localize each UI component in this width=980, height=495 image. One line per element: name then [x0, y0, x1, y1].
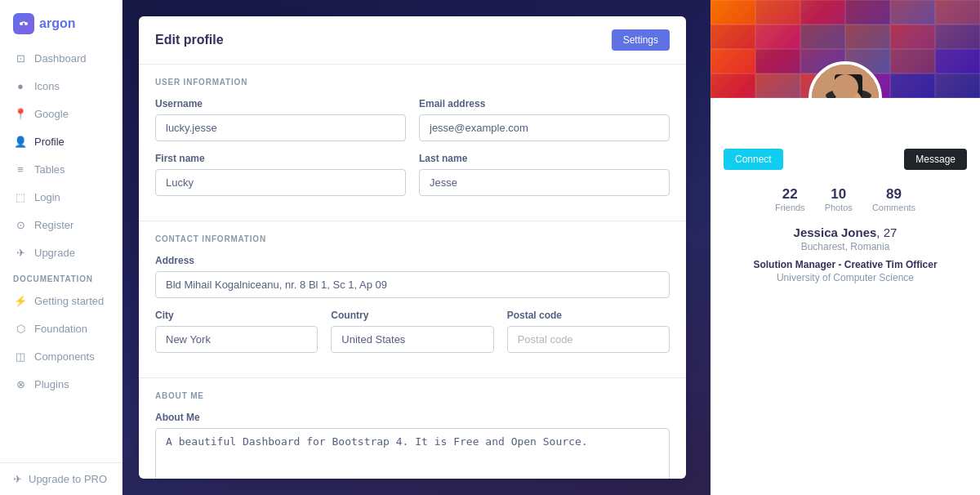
user-info-label: User Information [155, 78, 670, 87]
window-18 [935, 49, 980, 74]
sidebar-item-label: Upgrade [34, 247, 75, 259]
profile-cover [710, 0, 980, 98]
address-group: Address [155, 255, 670, 298]
sidebar-item-components[interactable]: ◫ Components [0, 342, 122, 370]
about-me-group: About Me A beautiful Dashboard for Boots… [155, 412, 670, 479]
sidebar-item-label: Dashboard [34, 52, 87, 65]
sidebar-item-dashboard[interactable]: ⊡ Dashboard [0, 44, 122, 72]
city-label: City [155, 310, 318, 321]
upgrade-pro-label: Upgrade to PRO [29, 473, 107, 485]
sidebar-item-label: Components [34, 350, 95, 363]
sidebar-item-google[interactable]: 📍 Google [0, 100, 122, 127]
window-7 [710, 25, 755, 49]
profile-card: Connect Message 22 Friends 10 Photos 89 … [710, 0, 980, 495]
getting-started-icon: ⚡ [13, 293, 28, 308]
card-header: Edit profile Settings [139, 16, 686, 65]
dashboard-icon: ⊡ [13, 51, 28, 65]
plugins-icon: ⊗ [13, 377, 28, 391]
comments-stat: 89 Comments [872, 186, 915, 212]
address-input[interactable] [155, 271, 670, 298]
username-label: Username [155, 98, 406, 109]
window-17 [890, 49, 935, 74]
window-20 [755, 74, 800, 98]
firstname-group: First name [155, 153, 406, 196]
login-icon: ⬚ [13, 190, 28, 204]
sidebar-item-label: Register [34, 219, 74, 231]
sidebar-logo[interactable]: argon [0, 0, 122, 44]
sidebar-item-label: Getting started [34, 295, 104, 307]
sidebar-item-foundation[interactable]: ⬡ Foundation [0, 314, 122, 342]
sidebar-item-getting-started[interactable]: ⚡ Getting started [0, 287, 122, 314]
about-me-section: About Me About Me A beautiful Dashboard … [139, 378, 686, 479]
name-row: First name Last name [155, 153, 670, 196]
sidebar-item-upgrade[interactable]: ✈ Upgrade [0, 239, 122, 266]
window-1 [710, 0, 755, 25]
window-4 [845, 0, 890, 25]
profile-avatar-wrapper [808, 61, 882, 98]
email-label: Email address [419, 98, 670, 109]
settings-button[interactable]: Settings [612, 29, 670, 51]
comments-count: 89 [872, 186, 915, 203]
contact-info-section: Contact Information Address City Country [139, 221, 686, 377]
country-group: Country [331, 310, 493, 353]
sidebar-item-tables[interactable]: ≡ Tables [0, 155, 122, 183]
profile-icon: 👤 [13, 134, 28, 149]
doc-section-label: Documentation [0, 266, 122, 287]
city-input[interactable] [155, 326, 318, 353]
window-12 [935, 25, 980, 49]
avatar-image [812, 65, 879, 98]
window-23 [890, 74, 935, 98]
register-icon: ⊙ [13, 217, 28, 232]
content-background: Edit profile Settings User Information U… [122, 0, 710, 495]
window-9 [800, 25, 845, 49]
email-input[interactable] [419, 114, 670, 141]
sidebar-item-profile[interactable]: 👤 Profile [0, 127, 122, 155]
profile-org: University of Computer Science [753, 272, 937, 283]
country-label: Country [331, 310, 493, 321]
sidebar-item-login[interactable]: ⬚ Login [0, 183, 122, 211]
profile-info: Jessica Jones, 27 Bucharest, Romania Sol… [740, 219, 950, 283]
components-icon: ◫ [13, 349, 28, 363]
foundation-icon: ⬡ [13, 321, 28, 336]
edit-profile-card: Edit profile Settings User Information U… [139, 16, 686, 479]
sidebar-item-label: Plugins [34, 378, 69, 390]
window-24 [935, 74, 980, 98]
lastname-label: Last name [419, 153, 670, 164]
window-5 [890, 0, 935, 25]
postal-label: Postal code [507, 310, 670, 321]
photos-label: Photos [825, 203, 853, 212]
about-me-textarea[interactable]: A beautiful Dashboard for Bootstrap 4. I… [155, 428, 670, 479]
message-button[interactable]: Message [904, 149, 967, 170]
friends-count: 22 [775, 186, 805, 203]
sidebar-item-register[interactable]: ⊙ Register [0, 211, 122, 239]
tables-icon: ≡ [13, 162, 28, 176]
upgrade-pro-icon: ✈ [13, 473, 22, 485]
sidebar-item-label: Icons [34, 80, 60, 92]
lastname-input[interactable] [419, 169, 670, 196]
profile-stats: 22 Friends 10 Photos 89 Comments [710, 180, 980, 219]
comments-label: Comments [872, 203, 915, 212]
postal-group: Postal code [507, 310, 670, 353]
address-row: Address [155, 255, 670, 298]
icons-icon: ● [13, 78, 28, 93]
sidebar-item-label: Google [34, 108, 69, 120]
main-content: Edit profile Settings User Information U… [122, 0, 980, 495]
about-me-label: About Me [155, 412, 670, 423]
user-info-section: User Information Username Email address … [139, 65, 686, 221]
country-input[interactable] [331, 326, 493, 353]
photos-count: 10 [825, 186, 853, 203]
upgrade-pro-button[interactable]: ✈ Upgrade to PRO [13, 473, 109, 485]
profile-location: Bucharest, Romania [753, 241, 937, 252]
connect-button[interactable]: Connect [724, 149, 783, 170]
google-icon: 📍 [13, 106, 28, 121]
card-title: Edit profile [155, 33, 224, 47]
profile-name-text: Jessica Jones [794, 225, 877, 239]
username-input[interactable] [155, 114, 406, 141]
window-6 [935, 0, 980, 25]
postal-input[interactable] [507, 326, 670, 353]
window-11 [890, 25, 935, 49]
sidebar-item-icons[interactable]: ● Icons [0, 72, 122, 100]
firstname-input[interactable] [155, 169, 406, 196]
friends-label: Friends [775, 203, 805, 212]
sidebar-item-plugins[interactable]: ⊗ Plugins [0, 370, 122, 398]
